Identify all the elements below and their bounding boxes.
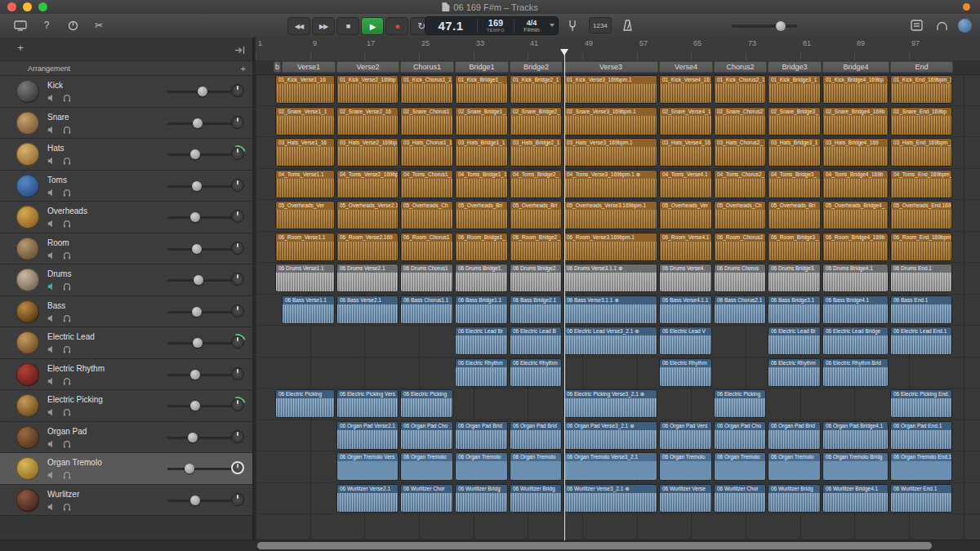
audio-region[interactable]: 05_Overheads_Verse3.169bpm.1 (564, 201, 657, 229)
track-volume-knob[interactable] (194, 275, 203, 285)
audio-region[interactable]: 06 Organ Pad Brid (768, 421, 821, 450)
headphones-solo-icon[interactable] (63, 126, 71, 134)
audio-region[interactable]: 05_Overheads_Ch (714, 201, 766, 229)
audio-region[interactable]: 01_Kick_End_169bpm_1 (890, 75, 952, 104)
audio-region[interactable]: 06 Organ Tremolo (510, 452, 562, 481)
audio-region[interactable]: 06 Organ Pad Verse3_2.1⊕ (564, 421, 657, 450)
audio-region[interactable]: 04_Toms_Bridge3_ (768, 170, 821, 198)
audio-region[interactable]: 06 Bass Verse4.1.1 (659, 295, 712, 324)
audio-region[interactable]: 06 Electric Lead V (659, 327, 712, 355)
audio-region[interactable]: 06 Electric Lead Bridge (822, 327, 889, 355)
track-volume-slider[interactable] (167, 248, 234, 251)
headphones-solo-icon[interactable] (63, 345, 71, 353)
audio-region[interactable]: 06 Organ Pad Vers (659, 421, 712, 450)
headphones-solo-icon[interactable] (63, 314, 71, 322)
track-volume-knob[interactable] (198, 87, 207, 96)
audio-region[interactable]: 06 Electric Lead Verse3_2.1⊕ (564, 327, 657, 355)
audio-region[interactable]: 06 Drums Bridge4.1 (822, 264, 889, 292)
audio-region[interactable]: 03_Hats_Bridge3_1 (768, 138, 821, 167)
track-volume-knob[interactable] (192, 307, 202, 317)
minimize-window-button[interactable] (23, 2, 32, 11)
zoom-window-button[interactable] (38, 2, 47, 11)
audio-region[interactable]: 06 Electric Lead B (510, 327, 562, 355)
audio-region[interactable]: 06_Room_Bridge4_169b (822, 233, 889, 261)
audio-region[interactable]: 06 Drums Chorus1 (400, 264, 453, 292)
mute-icon[interactable] (47, 377, 56, 385)
audio-region[interactable]: 06 Electric Rhythm (768, 358, 821, 387)
track-volume-slider[interactable] (167, 122, 234, 125)
audio-region[interactable]: 06 Wurlitzer End.1 (890, 484, 952, 513)
record-button[interactable]: ● (385, 17, 408, 35)
audio-region[interactable]: 06 Bass Bridge1.1 (455, 295, 508, 324)
audio-region[interactable]: 06 Electric Picking (275, 389, 335, 418)
audio-region[interactable]: 05_Overheads_Bri (455, 201, 508, 229)
track-pan-knob[interactable] (231, 116, 244, 129)
audio-region[interactable]: 04_Toms_Verse3_169bpm.1⊕ (564, 170, 657, 198)
bar-ruler[interactable]: 191725334149576573818997 (256, 38, 980, 61)
audio-region[interactable]: 03_Hats_Verse3_169bpm.1 (564, 138, 657, 167)
track-pan-knob[interactable] (231, 398, 244, 411)
audio-region[interactable]: 04_Toms_Chorus1_ (400, 170, 453, 198)
audio-region[interactable]: 05_Overheads_Bri (510, 201, 562, 229)
audio-region[interactable]: 02_Snare_Chorus1 (400, 107, 453, 136)
audio-region[interactable]: 02_Snare_Bridge3_ (768, 107, 821, 136)
audio-region[interactable]: 06 Electric Picking (714, 389, 766, 418)
audio-region[interactable]: 06 Drums Bridge1. (455, 264, 508, 292)
audio-region[interactable]: 02_Snare_Bridge1_ (455, 107, 508, 136)
master-volume-thumb[interactable] (776, 21, 786, 31)
mute-icon[interactable] (47, 471, 56, 479)
audio-region[interactable]: 06 Electric Rhythm (455, 358, 508, 387)
audio-region[interactable]: 06 Drums Verse4. (659, 264, 712, 292)
loop-browser-button[interactable] (933, 17, 951, 33)
lcd-tempo-value[interactable]: 169 (488, 19, 503, 28)
arrangement-track-header[interactable]: Arrangement + (0, 61, 252, 76)
track-row[interactable]: Bass (0, 296, 252, 328)
audio-region[interactable]: 04_Toms_Bridge1_1 (455, 170, 508, 198)
audio-region[interactable]: 06 Organ Tremolo Bridg (822, 452, 889, 481)
audio-region[interactable]: 06 Bass Bridge2.1 (510, 295, 562, 324)
headphones-solo-icon[interactable] (63, 157, 71, 165)
audio-region[interactable]: 06 Wurlitzer Chor (714, 484, 766, 513)
lcd-display[interactable]: 47.1 169 tempo 4/4 F#min (425, 16, 559, 35)
mute-icon[interactable] (47, 189, 56, 197)
audio-region[interactable]: 06 Bass Chorus2.1 (714, 295, 766, 324)
track-volume-knob[interactable] (192, 244, 202, 254)
tuner-button[interactable] (564, 17, 581, 33)
audio-region[interactable]: 04_Toms_Verse2_169bp (336, 170, 399, 198)
mute-icon[interactable] (47, 157, 56, 165)
horizontal-scrollbar[interactable] (0, 540, 980, 551)
audio-region[interactable]: 06 Bass Verse3.1.1⊕ (564, 295, 657, 324)
audio-region[interactable]: 02_Snare_Verse1_1 (275, 107, 335, 136)
track-volume-knob[interactable] (192, 181, 202, 191)
audio-region[interactable]: 06 Wurlitzer Verse (659, 484, 712, 513)
audio-region[interactable]: 06_Room_Verse3.169bpm.1 (564, 233, 657, 261)
track-volume-knob[interactable] (193, 338, 203, 348)
mute-icon[interactable] (47, 408, 56, 416)
mute-icon[interactable] (47, 503, 56, 511)
audio-region[interactable]: 01_Kick_Verse4_16 (659, 75, 712, 104)
audio-region[interactable]: 06 Bass Bridge4.1 (822, 295, 889, 324)
track-volume-slider[interactable] (167, 216, 234, 219)
audio-region[interactable]: 06 Electric Picking Verse3_2.1⊕ (564, 389, 657, 418)
audio-region[interactable]: 06 Wurlitzer Bridg (510, 484, 562, 513)
headphones-solo-icon[interactable] (63, 408, 71, 416)
mute-icon[interactable] (47, 126, 56, 134)
track-volume-slider[interactable] (167, 311, 234, 313)
audio-region[interactable]: 05_Overheads_Ver (659, 201, 712, 229)
audio-region[interactable]: 06_Room_Verse2.169 (336, 233, 399, 261)
track-volume-slider[interactable] (167, 500, 234, 502)
track-pan-knob[interactable] (231, 84, 244, 97)
rewind-button[interactable]: ◀◀ (287, 17, 310, 35)
track-volume-knob[interactable] (185, 464, 194, 473)
track-row[interactable]: Drums (0, 264, 252, 296)
stop-button[interactable]: ■ (336, 17, 359, 35)
headphones-solo-icon[interactable] (63, 471, 71, 479)
audio-region[interactable]: 06 Electric Lead Br (455, 327, 508, 355)
track-volume-slider[interactable] (167, 185, 234, 188)
mute-icon[interactable] (47, 94, 56, 102)
audio-region[interactable]: 04_Toms_End_169bpm_ (890, 170, 952, 198)
track-row[interactable]: Kick (0, 76, 252, 108)
headphones-solo-icon[interactable] (63, 282, 71, 291)
audio-region[interactable]: 05_Overheads_Bridge4_ (822, 201, 889, 229)
audio-region[interactable]: 06 Organ Tremolo Vers (336, 452, 399, 481)
